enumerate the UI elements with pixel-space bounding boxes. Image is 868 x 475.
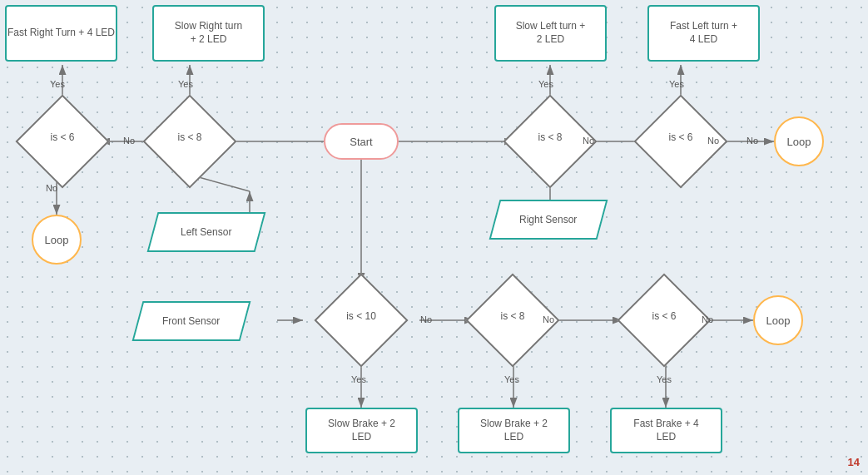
diamond-right-lt8: is < 8 <box>517 108 583 175</box>
slow-brake-2b-box: Slow Brake + 2LED <box>458 408 570 453</box>
loop1-oval: Loop <box>32 215 82 265</box>
label-no-7: No <box>702 314 713 324</box>
fast-brake-4-box: Fast Brake + 4LED <box>610 408 722 453</box>
label-yes-3: Yes <box>538 79 553 89</box>
label-no-4: No <box>707 136 719 146</box>
diamond-front-lt10: is < 10 <box>328 287 394 354</box>
fast-left-turn-box: Fast Left turn +4 LED <box>647 5 760 62</box>
label-no-5: No <box>420 314 432 324</box>
slow-left-turn-box: Slow Left turn +2 LED <box>494 5 607 62</box>
loop2-oval: Loop <box>774 116 824 166</box>
flowchart: Fast Right Turn + 4 LED Slow Right turn+… <box>0 0 868 475</box>
diamond-mid-lt6: is < 6 <box>631 287 697 354</box>
label-yes-4: Yes <box>669 79 684 89</box>
label-no-3: No <box>583 136 594 146</box>
left-sensor: Left Sensor <box>147 212 266 252</box>
right-sensor: Right Sensor <box>489 200 608 240</box>
slow-brake-2a-box: Slow Brake + 2LED <box>305 408 418 453</box>
diamond-left-lt6: is < 6 <box>29 108 96 175</box>
diamond-left-lt8: is < 8 <box>156 108 223 175</box>
loop3-oval: Loop <box>753 295 803 345</box>
label-yes-7: Yes <box>657 374 672 384</box>
diamond-right-lt6: is < 6 <box>647 108 714 175</box>
label-no-6: No <box>543 314 554 324</box>
label-yes-2: Yes <box>178 79 193 89</box>
label-yes-6: Yes <box>504 374 519 384</box>
label-no-2: No <box>46 183 57 193</box>
diamond-mid-lt8: is < 8 <box>479 287 546 354</box>
label-no-1: No <box>123 136 135 146</box>
front-sensor: Front Sensor <box>132 301 251 341</box>
label-no-4b: No <box>746 136 758 146</box>
fast-right-turn-box: Fast Right Turn + 4 LED <box>5 5 117 62</box>
slow-right-turn-box: Slow Right turn+ 2 LED <box>152 5 265 62</box>
label-yes-1: Yes <box>50 79 65 89</box>
start-oval: Start <box>324 123 399 160</box>
label-yes-5: Yes <box>351 374 366 384</box>
page-number: 14 <box>848 456 860 468</box>
